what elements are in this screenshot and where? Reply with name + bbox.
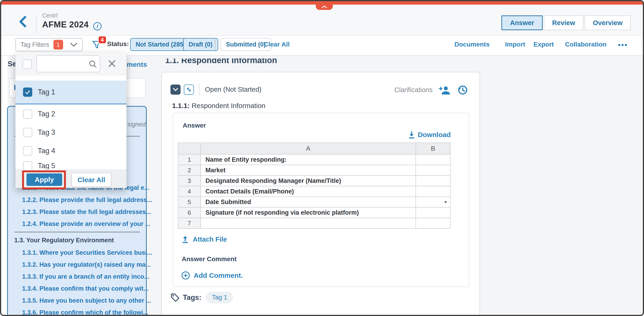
tags-label: Tags: — [183, 294, 201, 302]
expand-diagonal-icon — [186, 86, 192, 92]
export-link[interactable]: Export — [534, 41, 554, 48]
attach-file-link[interactable]: Attach File — [181, 235, 227, 244]
add-user-icon[interactable] — [438, 85, 450, 95]
download-icon — [408, 130, 416, 139]
sidebar-item-1-2-4[interactable]: 1.2.4. Please provide an overview of you… — [22, 220, 150, 228]
table-row: 6Signature (if not responding via electr… — [178, 207, 450, 218]
import-link[interactable]: Import — [505, 41, 525, 48]
clarifications-label: Clarifications — [394, 86, 432, 94]
sidebar-item-1-3-4[interactable]: 1.3.4. Please confirm that you comply wi… — [22, 285, 148, 292]
status-chip-not-started[interactable]: Not Started (285) — [130, 38, 191, 51]
chevron-down-icon — [70, 42, 78, 47]
review-tab[interactable]: Review — [544, 16, 584, 30]
sidebar-item-1-2-3[interactable]: 1.2.3. Please state the full legal addre… — [22, 208, 151, 216]
table-row: 1Name of Entity responding: — [178, 154, 450, 165]
tag-filters-dropdown: Tag 1 Tag 2 Tag 3 Tag 4 Tag 5 Apply Clea… — [16, 52, 126, 188]
checkbox-checked-icon[interactable] — [23, 88, 32, 97]
recording-bar-tab[interactable] — [316, 1, 333, 10]
collaboration-link[interactable]: Collaboration — [565, 41, 606, 48]
table-row: 4Contact Details (Email/Phone) — [178, 186, 450, 197]
chevron-down-icon — [173, 88, 178, 91]
sidebar-item-1-3-2[interactable]: 1.3.2. Has your regulator(s) raised any … — [22, 261, 151, 268]
sidebar-item-1-3-3[interactable]: 1.3.3. If you are a branch of an entity … — [22, 273, 149, 280]
sidebar-item-1-3-1[interactable]: 1.3.1. Where your Securities Services bu… — [22, 249, 152, 256]
app-name: Centrl — [42, 12, 58, 19]
table-header-row: A B — [178, 143, 450, 154]
upload-icon — [181, 235, 189, 244]
search-icon — [88, 60, 98, 69]
checkbox-unchecked-icon[interactable] — [23, 146, 32, 156]
question-status: Open (Not Started) — [205, 86, 262, 93]
apply-button[interactable]: Apply — [26, 174, 62, 186]
page-title: AFME 2024 — [42, 20, 89, 30]
tags-row: Tags: Tag 1 — [170, 292, 233, 303]
answer-tab[interactable]: Answer — [502, 16, 543, 30]
check-icon — [24, 89, 31, 95]
card-divider — [199, 84, 200, 96]
question-id: 1.1.1: — [172, 102, 190, 110]
header-divider — [36, 15, 36, 34]
history-icon[interactable] — [457, 84, 468, 95]
assigned-label-fragment: signed — [127, 121, 146, 128]
tag-option-2[interactable]: Tag 2 — [16, 105, 126, 123]
app-window: Centrl AFME 2024 i Answer Review Overvie… — [0, 0, 644, 316]
answer-spreadsheet[interactable]: A B 1Name of Entity responding: 2Market … — [178, 142, 450, 229]
dropdown-clear-all-button[interactable]: Clear All — [72, 173, 111, 187]
column-b-header: B — [416, 143, 450, 154]
answer-comment-label: Answer Comment — [182, 256, 236, 263]
expand-button[interactable] — [184, 84, 194, 95]
table-row: 7 — [178, 218, 450, 228]
question-title: 1.1.1: Respondent Information — [172, 102, 265, 110]
tag-search-box — [36, 55, 100, 72]
dropdown-footer: Apply Clear All — [16, 169, 126, 188]
select-all-checkbox[interactable] — [22, 60, 32, 69]
view-switcher: Answer Review Overview — [500, 16, 631, 30]
tag-chip[interactable]: Tag 1 — [206, 292, 233, 303]
section-title-clip: 1.1. Respondent Information — [165, 58, 391, 69]
question-card: Open (Not Started) Clarifications 1.1.1:… — [161, 72, 480, 316]
corner-cell — [178, 143, 200, 154]
documents-link[interactable]: Documents — [454, 41, 490, 48]
sidebar-item-1-3-5[interactable]: 1.3.5. Have you been subject to any othe… — [22, 297, 151, 304]
overview-tab[interactable]: Overview — [584, 16, 631, 30]
checkbox-unchecked-icon[interactable] — [23, 161, 32, 170]
chevron-up-icon — [321, 5, 327, 8]
left-gutter — [1, 56, 8, 316]
tag-filters-button[interactable]: Tag Filters 1 — [16, 38, 83, 51]
dropdown-header — [16, 52, 126, 75]
plus-circle-icon — [181, 271, 190, 280]
tag-filters-label: Tag Filters — [20, 41, 49, 48]
sidebar-tab-fragment[interactable]: ments — [127, 60, 147, 68]
sidebar-section-1-3[interactable]: 1.3. Your Regulatory Environment — [14, 237, 114, 244]
table-row: 2Market — [178, 165, 450, 176]
back-icon[interactable] — [18, 16, 28, 28]
tag-search-input[interactable] — [40, 57, 86, 70]
add-comment-link[interactable]: Add Comment. — [181, 271, 243, 280]
cell-dropdown-arrow[interactable]: ▼ — [444, 200, 448, 205]
funnel-count-badge: 4 — [98, 36, 107, 44]
tag-option-4[interactable]: Tag 4 — [16, 142, 126, 160]
status-chip-draft[interactable]: Draft (0) — [183, 38, 218, 51]
sidebar-item-1-3-6[interactable]: 1.3.6. Please confirm which of the follo… — [22, 309, 148, 316]
tag-filters-count-badge: 1 — [54, 40, 63, 50]
checkbox-unchecked-icon[interactable] — [23, 110, 32, 118]
collapse-button[interactable] — [170, 84, 180, 95]
answer-label: Answer — [183, 122, 206, 129]
info-icon[interactable]: i — [93, 22, 102, 30]
status-label: Status: — [107, 40, 129, 48]
sidebar-divider — [14, 232, 140, 232]
table-row: 3Designated Responding Manager (Name/Tit… — [178, 176, 450, 186]
chip-divider — [215, 38, 215, 52]
tag-option-1[interactable]: Tag 1 — [16, 80, 126, 104]
column-a-header: A — [200, 143, 416, 154]
close-icon[interactable] — [107, 59, 116, 68]
tag-option-3[interactable]: Tag 3 — [16, 124, 126, 142]
download-link[interactable]: Download — [408, 130, 451, 139]
table-row: 5Date Submitted▼ — [178, 197, 450, 207]
clear-all-link[interactable]: Clear All — [264, 41, 290, 48]
more-menu-button[interactable]: ••• — [618, 41, 628, 49]
sidebar-item-1-2-2[interactable]: 1.2.2. Please provide the full legal add… — [22, 196, 152, 204]
section-title: 1.1. Respondent Information — [165, 58, 391, 65]
checkbox-unchecked-icon[interactable] — [23, 128, 32, 137]
tag-icon — [170, 292, 180, 303]
